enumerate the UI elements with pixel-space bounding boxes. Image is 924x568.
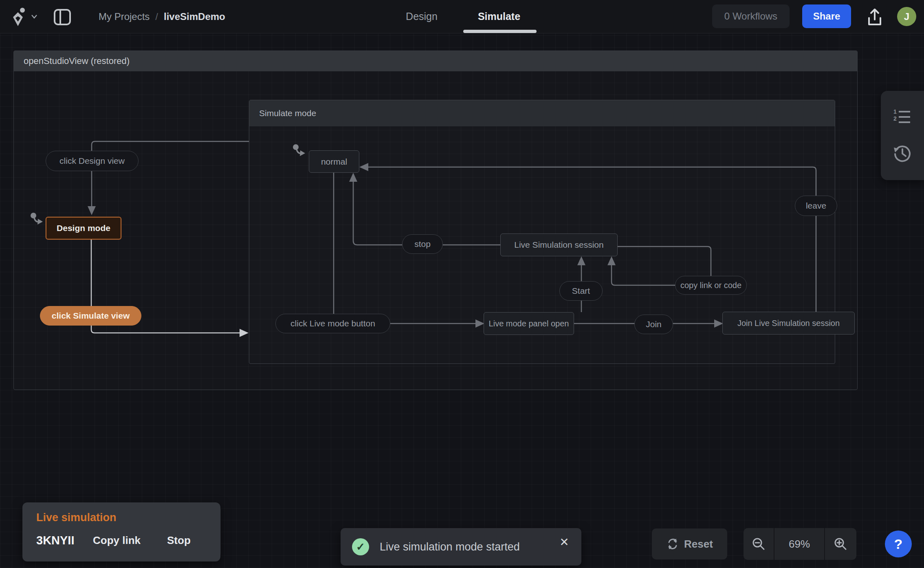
node-start[interactable]: Start (559, 281, 603, 301)
tab-design[interactable]: Design (391, 0, 452, 33)
node-design-mode[interactable]: Design mode (46, 217, 121, 240)
zoom-in-button[interactable] (824, 528, 856, 560)
copy-link-button[interactable]: Copy link (93, 534, 167, 547)
zoom-out-button[interactable] (744, 528, 774, 560)
success-check-icon: ✓ (352, 538, 369, 555)
node-click-live-mode-button[interactable]: click Live mode button (275, 314, 390, 333)
svg-text:1: 1 (893, 108, 897, 115)
breadcrumb-separator: / (155, 11, 158, 22)
machine-title-bar[interactable]: openStudioView (restored) (14, 51, 857, 71)
upload-icon (866, 7, 884, 27)
node-normal[interactable]: normal (309, 150, 359, 173)
avatar[interactable]: J (897, 7, 916, 26)
node-copy-link-or-code[interactable]: copy link or code (675, 276, 747, 295)
toast-close-button[interactable]: ✕ (557, 535, 572, 549)
tab-simulate[interactable]: Simulate (469, 0, 530, 33)
breadcrumb-projects-link[interactable]: My Projects (99, 11, 150, 22)
zoom-in-icon (833, 537, 848, 551)
history-icon (893, 143, 912, 163)
node-live-mode-panel-open[interactable]: Live mode panel open (484, 312, 574, 335)
top-bar: My Projects / liveSimDemo Design Simulat… (0, 0, 924, 33)
node-stop[interactable]: stop (402, 234, 443, 254)
zoom-level[interactable]: 69% (774, 528, 824, 560)
svg-text:2: 2 (893, 115, 897, 122)
studio-app: openStudioView (restored) Simulate mode (0, 0, 924, 568)
node-click-simulate-view[interactable]: click Simulate view (40, 306, 141, 326)
reset-button[interactable]: Reset (652, 528, 727, 559)
node-join[interactable]: Join (634, 315, 673, 334)
stately-logo-icon (9, 6, 28, 27)
share-button[interactable]: Share (802, 4, 851, 28)
active-tab-indicator (463, 30, 537, 33)
machine-title: openStudioView (restored) (24, 56, 130, 66)
initial-state-icon-normal (292, 143, 306, 158)
breadcrumb: My Projects / liveSimDemo (99, 0, 225, 33)
simulate-mode-title: Simulate mode (259, 108, 316, 118)
live-simulation-title: Live simulation (36, 511, 220, 524)
zoom-out-icon (751, 537, 766, 551)
simulate-mode-title-bar[interactable]: Simulate mode (249, 100, 835, 126)
history-button[interactable] (891, 142, 913, 164)
toast-notification: ✓ Live simulation mode started ✕ (341, 528, 581, 566)
session-code: 3KNYII (36, 534, 93, 547)
zoom-controls: 69% (744, 528, 856, 560)
node-live-simulation-session[interactable]: Live Simulation session (500, 233, 618, 256)
live-simulation-actions: 3KNYII Copy link Stop (36, 534, 220, 547)
node-click-design-view[interactable]: click Design view (46, 151, 139, 171)
stop-session-button[interactable]: Stop (167, 534, 191, 547)
app-menu-button[interactable] (9, 5, 44, 29)
ordered-list-icon: 1 2 (893, 108, 912, 125)
toast-message: Live simulation mode started (380, 541, 520, 553)
reset-icon (666, 537, 679, 550)
right-tool-panel: 1 2 (881, 91, 924, 180)
node-leave[interactable]: leave (795, 196, 837, 216)
node-join-live-simulation-session[interactable]: Join Live Simulation session (722, 312, 855, 335)
help-button[interactable]: ? (885, 531, 912, 557)
export-button[interactable] (864, 7, 885, 28)
event-log-button[interactable]: 1 2 (891, 106, 913, 128)
initial-state-icon-design-mode (29, 212, 44, 227)
reset-label: Reset (684, 538, 713, 550)
chevron-down-icon (31, 14, 37, 19)
breadcrumb-project-name: liveSimDemo (164, 11, 225, 22)
sidebar-toggle-button[interactable] (53, 8, 72, 26)
sidebar-layout-icon (53, 9, 71, 26)
workflows-button[interactable]: 0 Workflows (712, 4, 790, 28)
diagram-canvas[interactable]: openStudioView (restored) Simulate mode (0, 0, 924, 568)
live-simulation-panel: Live simulation 3KNYII Copy link Stop (22, 502, 220, 561)
